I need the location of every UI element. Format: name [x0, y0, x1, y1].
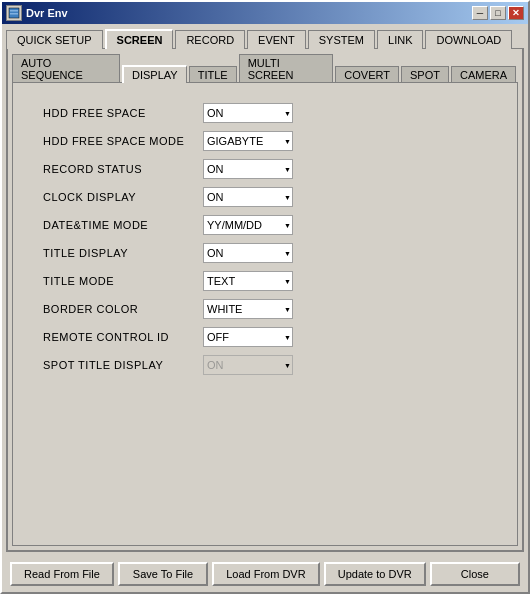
label-hdd-free-space-mode: HDD FREE SPACE MODE	[43, 135, 203, 147]
select-title-display[interactable]: ON OFF	[203, 243, 293, 263]
maximize-button[interactable]: □	[490, 6, 506, 20]
tab-multi-screen[interactable]: MULTI SCREEN	[239, 54, 334, 83]
label-hdd-free-space: HDD FREE SPACE	[43, 107, 203, 119]
select-wrapper-record-status: ON OFF	[203, 159, 293, 179]
save-to-file-button[interactable]: Save To File	[118, 562, 208, 586]
window-title: Dvr Env	[26, 7, 472, 19]
select-record-status[interactable]: ON OFF	[203, 159, 293, 179]
tab-covert[interactable]: COVERT	[335, 66, 399, 83]
tab-bar-2: AUTO SEQUENCE DISPLAY TITLE MULTI SCREEN…	[12, 53, 518, 82]
read-from-file-button[interactable]: Read From File	[10, 562, 114, 586]
tab-panel-screen: AUTO SEQUENCE DISPLAY TITLE MULTI SCREEN…	[6, 48, 524, 552]
select-wrapper-clock-display: ON OFF	[203, 187, 293, 207]
svg-rect-2	[10, 13, 18, 15]
tab-link[interactable]: LINK	[377, 30, 423, 49]
select-clock-display[interactable]: ON OFF	[203, 187, 293, 207]
tab-quick-setup[interactable]: QUICK SETUP	[6, 30, 103, 49]
tab-spot[interactable]: SPOT	[401, 66, 449, 83]
select-border-color[interactable]: WHITE BLACK GRAY	[203, 299, 293, 319]
select-wrapper-title-display: ON OFF	[203, 243, 293, 263]
select-wrapper-datetime-mode: YY/MM/DD MM/DD/YY DD/MM/YY	[203, 215, 293, 235]
label-border-color: BORDER COLOR	[43, 303, 203, 315]
tab-auto-sequence[interactable]: AUTO SEQUENCE	[12, 54, 120, 83]
tab-event[interactable]: EVENT	[247, 30, 306, 49]
form-row-spot-title-display: SPOT TITLE DISPLAY ON OFF	[43, 355, 487, 375]
tab-display[interactable]: DISPLAY	[122, 65, 187, 83]
form-row-hdd-free-space: HDD FREE SPACE ON OFF	[43, 103, 487, 123]
label-title-display: TITLE DISPLAY	[43, 247, 203, 259]
svg-rect-1	[10, 10, 18, 12]
select-wrapper-hdd-free-space-mode: GIGABYTE MEGABYTE PERCENT	[203, 131, 293, 151]
select-hdd-free-space-mode[interactable]: GIGABYTE MEGABYTE PERCENT	[203, 131, 293, 151]
close-window-button[interactable]: ✕	[508, 6, 524, 20]
label-remote-control-id: REMOTE CONTROL ID	[43, 331, 203, 343]
tab-record[interactable]: RECORD	[175, 30, 245, 49]
window-content: QUICK SETUP SCREEN RECORD EVENT SYSTEM L…	[2, 24, 528, 556]
select-wrapper-border-color: WHITE BLACK GRAY	[203, 299, 293, 319]
display-settings-panel: HDD FREE SPACE ON OFF HDD FREE SPACE MOD…	[12, 82, 518, 546]
title-bar: Dvr Env ─ □ ✕	[2, 2, 528, 24]
select-spot-title-display[interactable]: ON OFF	[203, 355, 293, 375]
update-to-dvr-button[interactable]: Update to DVR	[324, 562, 426, 586]
form-row-border-color: BORDER COLOR WHITE BLACK GRAY	[43, 299, 487, 319]
form-row-datetime-mode: DATE&TIME MODE YY/MM/DD MM/DD/YY DD/MM/Y…	[43, 215, 487, 235]
title-bar-buttons: ─ □ ✕	[472, 6, 524, 20]
form-row-clock-display: CLOCK DISPLAY ON OFF	[43, 187, 487, 207]
tab-camera[interactable]: CAMERA	[451, 66, 516, 83]
select-wrapper-title-mode: TEXT NUMBER	[203, 271, 293, 291]
minimize-button[interactable]: ─	[472, 6, 488, 20]
select-wrapper-spot-title-display: ON OFF	[203, 355, 293, 375]
form-row-title-display: TITLE DISPLAY ON OFF	[43, 243, 487, 263]
form-row-title-mode: TITLE MODE TEXT NUMBER	[43, 271, 487, 291]
label-spot-title-display: SPOT TITLE DISPLAY	[43, 359, 203, 371]
form-row-hdd-free-space-mode: HDD FREE SPACE MODE GIGABYTE MEGABYTE PE…	[43, 131, 487, 151]
form-row-remote-control-id: REMOTE CONTROL ID OFF ON	[43, 327, 487, 347]
close-button[interactable]: Close	[430, 562, 520, 586]
tab-system[interactable]: SYSTEM	[308, 30, 375, 49]
select-wrapper-remote-control-id: OFF ON	[203, 327, 293, 347]
select-wrapper-hdd-free-space: ON OFF	[203, 103, 293, 123]
label-record-status: RECORD STATUS	[43, 163, 203, 175]
main-window: Dvr Env ─ □ ✕ QUICK SETUP SCREEN RECORD …	[0, 0, 530, 594]
form-row-record-status: RECORD STATUS ON OFF	[43, 159, 487, 179]
select-remote-control-id[interactable]: OFF ON	[203, 327, 293, 347]
window-icon	[6, 5, 22, 21]
bottom-bar: Read From File Save To File Load From DV…	[2, 556, 528, 592]
label-datetime-mode: DATE&TIME MODE	[43, 219, 203, 231]
load-from-dvr-button[interactable]: Load From DVR	[212, 562, 319, 586]
tab-download[interactable]: DOWNLOAD	[425, 30, 512, 49]
tab-title[interactable]: TITLE	[189, 66, 237, 83]
select-hdd-free-space[interactable]: ON OFF	[203, 103, 293, 123]
label-title-mode: TITLE MODE	[43, 275, 203, 287]
select-datetime-mode[interactable]: YY/MM/DD MM/DD/YY DD/MM/YY	[203, 215, 293, 235]
tab-bar-1: QUICK SETUP SCREEN RECORD EVENT SYSTEM L…	[6, 28, 524, 48]
label-clock-display: CLOCK DISPLAY	[43, 191, 203, 203]
select-title-mode[interactable]: TEXT NUMBER	[203, 271, 293, 291]
tab-screen[interactable]: SCREEN	[105, 29, 174, 49]
